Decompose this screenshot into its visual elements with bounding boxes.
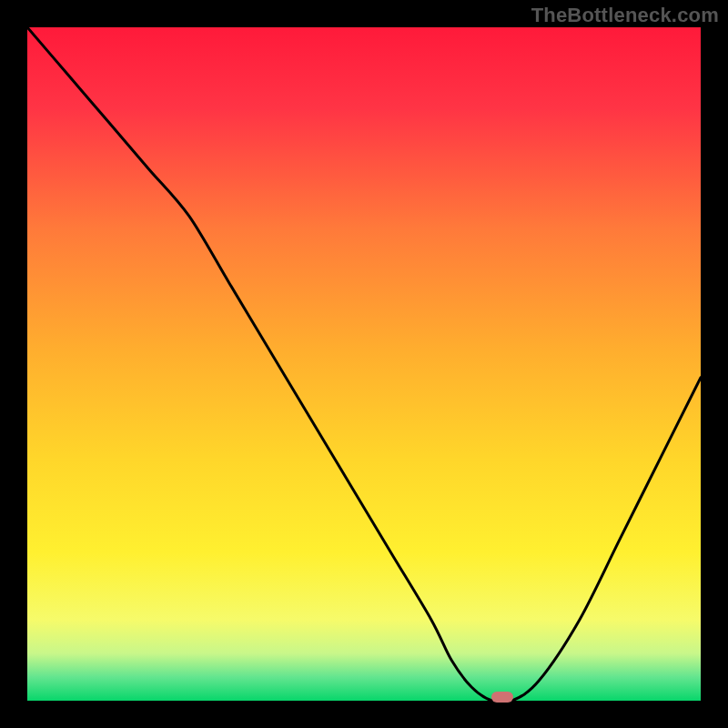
optimum-marker xyxy=(491,692,513,703)
chart-frame: TheBottleneck.com xyxy=(0,0,728,728)
watermark-text: TheBottleneck.com xyxy=(531,4,719,27)
bottleneck-curve xyxy=(27,27,701,701)
plot-area xyxy=(27,27,701,701)
